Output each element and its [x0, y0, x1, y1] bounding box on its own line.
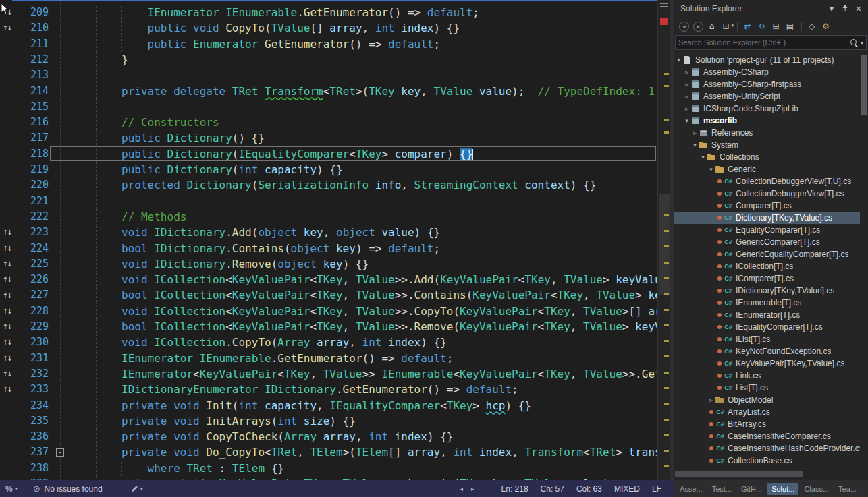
switch-views-icon[interactable]: ⊡▾ — [720, 20, 732, 32]
tree-item[interactable]: ▾Solution 'project-gui' (11 of 11 projec… — [674, 54, 860, 66]
line-number[interactable]: 218 — [13, 146, 49, 162]
tree-item[interactable]: C#CaseInsensitiveHashCodeProvider.cs — [674, 442, 860, 455]
refresh-icon[interactable]: ↻ — [755, 20, 768, 32]
scrollbar-thumb[interactable] — [659, 194, 670, 295]
code-line[interactable]: ↑↓223 void IDictionary.Add(object key, o… — [0, 225, 657, 240]
tool-tab-gith[interactable]: GitH... — [737, 483, 766, 495]
search-box[interactable]: ▾ — [675, 35, 867, 50]
line-number[interactable]: 235 — [13, 413, 49, 429]
line-number[interactable]: 216 — [13, 115, 49, 130]
line-number[interactable]: 233 — [13, 382, 49, 397]
tree-item[interactable]: C#BitArray.cs — [674, 418, 860, 430]
tree-item[interactable]: C#IList[T].cs — [674, 333, 860, 345]
line-number[interactable]: 227 — [13, 287, 49, 303]
code-line[interactable]: 234 private void Init(int capacity, IEqu… — [0, 398, 657, 413]
code-line[interactable]: 222 // Methods — [0, 209, 657, 225]
code-line[interactable]: 221 — [0, 194, 657, 209]
tree-item[interactable]: C#EqualityComparer[T].cs — [674, 224, 860, 236]
expander-icon[interactable]: ▹ — [691, 129, 699, 136]
code-line[interactable]: 215 — [0, 99, 657, 115]
line-number[interactable]: 224 — [13, 241, 49, 256]
tree-item[interactable]: ▹Assembly-CSharp-firstpass — [674, 78, 860, 90]
close-icon[interactable]: × — [853, 4, 864, 13]
properties-icon[interactable]: ⚙ — [819, 20, 832, 32]
code-line[interactable]: 218 public Dictionary(IEqualityComparer<… — [0, 146, 657, 162]
scrollbar-thumb[interactable] — [861, 55, 867, 115]
line-number[interactable]: 212 — [13, 52, 49, 67]
line-number[interactable]: 232 — [13, 366, 49, 382]
tree-item[interactable]: ▹ICSharpCode.SharpZipLib — [674, 103, 860, 115]
code-line[interactable]: ↑↓231 IEnumerator IEnumerable.GetEnumera… — [0, 351, 657, 366]
expander-icon[interactable]: ▹ — [683, 93, 690, 100]
line-number[interactable]: 211 — [13, 36, 49, 52]
tree-item[interactable]: ▹References — [674, 127, 860, 139]
tree-item[interactable]: C#IEnumerable[T].cs — [674, 297, 860, 309]
tree-item[interactable]: ▹Assembly-UnityScript — [674, 90, 860, 103]
line-number[interactable]: 223 — [13, 225, 49, 240]
code-line[interactable]: 236 private void CopyToCheck(Array array… — [0, 429, 657, 444]
code-line[interactable]: 213 — [0, 67, 657, 83]
code-line[interactable]: ↑↓224 bool IDictionary.Contains(object k… — [0, 241, 657, 256]
code-line[interactable]: ↑↓225 void IDictionary.Remove(object key… — [0, 256, 657, 272]
tree-item[interactable]: C#IEqualityComparer[T].cs — [674, 321, 860, 333]
pin-icon[interactable] — [840, 4, 850, 13]
tree-item[interactable]: C#IDictionary[TKey,TValue].cs — [674, 285, 860, 297]
code-line[interactable]: 216 // Constructors — [0, 115, 657, 130]
scrollbar-thumb[interactable] — [675, 471, 803, 477]
line-number[interactable]: 220 — [13, 177, 49, 193]
code-line[interactable]: 219 public Dictionary(int capacity) {} — [0, 162, 657, 177]
interface-implementation-icon[interactable]: ↑↓ — [0, 386, 13, 393]
tree-item[interactable]: ▾mscorlib — [674, 115, 860, 127]
code-line[interactable]: 237 private void Do_CopyTo<TRet, TElem>(… — [0, 444, 657, 460]
editor-vertical-scrollbar[interactable] — [657, 0, 670, 480]
code-line[interactable]: 238 where TRet : TElem {} — [0, 461, 657, 476]
tree-item[interactable]: ▹ObjectModel — [674, 394, 860, 406]
collapse-all-icon[interactable]: ⊟ — [769, 20, 782, 32]
sync-with-active-document-icon[interactable]: ⇄ — [741, 20, 754, 32]
tree-item[interactable]: ▾Collections — [674, 151, 860, 163]
tree-item[interactable]: C#Comparer[T].cs — [674, 200, 860, 212]
expander-icon[interactable]: ▹ — [683, 69, 690, 76]
line-number[interactable]: 221 — [13, 194, 49, 209]
line-number[interactable]: 228 — [13, 303, 49, 319]
line-number[interactable]: 210 — [13, 20, 49, 36]
line-number[interactable]: 226 — [13, 272, 49, 287]
tree-item[interactable]: C#Link.cs — [674, 370, 860, 382]
expander-icon[interactable]: ▾ — [699, 154, 707, 160]
nav-right-icon[interactable]: ▸ — [471, 486, 474, 492]
tree-horizontal-scrollbar[interactable] — [674, 471, 860, 477]
expander-icon[interactable]: ▾ — [683, 117, 690, 124]
code-line[interactable]: 214 private delegate TRet Transform<TRet… — [0, 84, 657, 99]
tool-tab-tea[interactable]: Tea... — [834, 483, 861, 495]
zoom-control[interactable]: % ▾ — [5, 484, 18, 494]
tree-item[interactable]: C#ICollection[T].cs — [674, 260, 860, 272]
tree-item[interactable]: C#KeyNotFoundException.cs — [674, 345, 860, 357]
interface-implementation-icon[interactable]: ↑↓ — [0, 339, 13, 346]
interface-implementation-icon[interactable]: ↑↓ — [0, 229, 13, 236]
line-number[interactable]: 237 — [13, 444, 49, 460]
edit-mode-control[interactable]: ▾ — [131, 485, 143, 492]
encoding-indicator[interactable]: MIXED — [614, 484, 640, 494]
interface-implementation-icon[interactable]: ↑↓ — [0, 260, 13, 268]
line-number[interactable]: 209 — [13, 5, 49, 20]
window-position-icon[interactable]: ▾ — [826, 4, 837, 13]
tree-item[interactable]: C#KeyValuePair[TKey,TValue].cs — [674, 357, 860, 370]
tree-item[interactable]: ▾System — [674, 139, 860, 151]
expander-icon[interactable]: ▾ — [675, 57, 682, 63]
line-number[interactable]: 215 — [13, 99, 49, 115]
line-ending-indicator[interactable]: LF — [652, 484, 661, 494]
code-line[interactable]: ↑↓230 void ICollection.CopyTo(Array arra… — [0, 334, 657, 350]
code-line[interactable]: 217 public Dictionary() {} — [0, 130, 657, 146]
tree-item[interactable]: C#IComparer[T].cs — [674, 272, 860, 285]
line-number[interactable]: 229 — [13, 319, 49, 334]
interface-implementation-icon[interactable]: ↑↓ — [0, 245, 13, 252]
code-line[interactable]: ↑↓229 bool ICollection<KeyValuePair<TKey… — [0, 319, 657, 334]
view-code-icon[interactable]: ◇ — [805, 20, 818, 32]
tree-item[interactable]: ▾Generic — [674, 163, 860, 175]
code-line[interactable]: 235 private void InitArrays(int size) {} — [0, 413, 657, 429]
tree-item[interactable]: ▹Assembly-CSharp — [674, 66, 860, 78]
code-editor[interactable]: ↑↓209 IEnumerator IEnumerable.GetEnumera… — [0, 0, 657, 480]
split-editor-handle-icon[interactable] — [660, 3, 668, 7]
code-line[interactable]: ↑↓227 bool ICollection<KeyValuePair<TKey… — [0, 287, 657, 303]
line-number[interactable]: 214 — [13, 84, 49, 99]
